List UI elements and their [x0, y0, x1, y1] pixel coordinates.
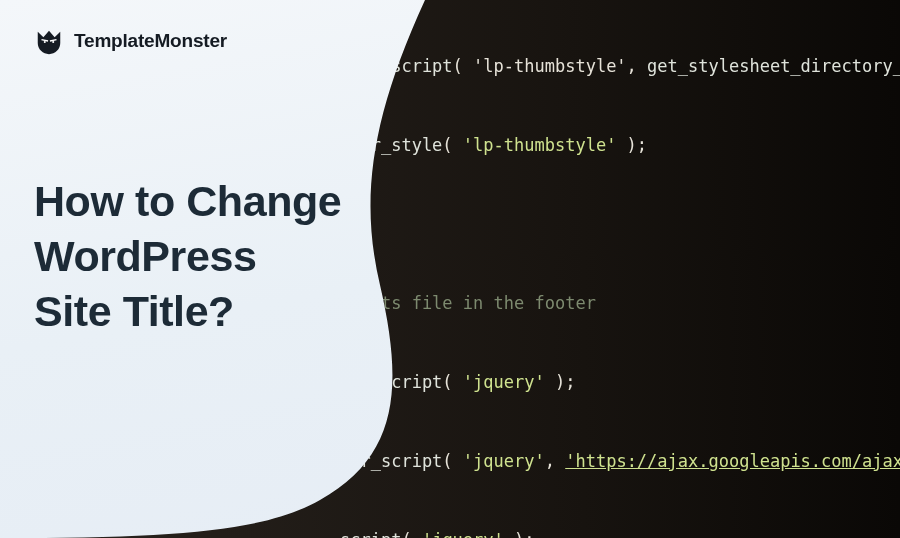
- brand-name: TemplateMonster: [74, 30, 227, 52]
- brand-logo: TemplateMonster: [34, 26, 227, 56]
- headline-line-3: Site Title?: [34, 284, 341, 339]
- headline: How to Change WordPress Site Title?: [34, 174, 341, 339]
- promo-card: ster_script( 'lp-thumbstyle', get_styles…: [0, 0, 900, 538]
- headline-line-2: WordPress: [34, 229, 341, 284]
- monster-icon: [34, 26, 64, 56]
- headline-line-1: How to Change: [34, 174, 341, 229]
